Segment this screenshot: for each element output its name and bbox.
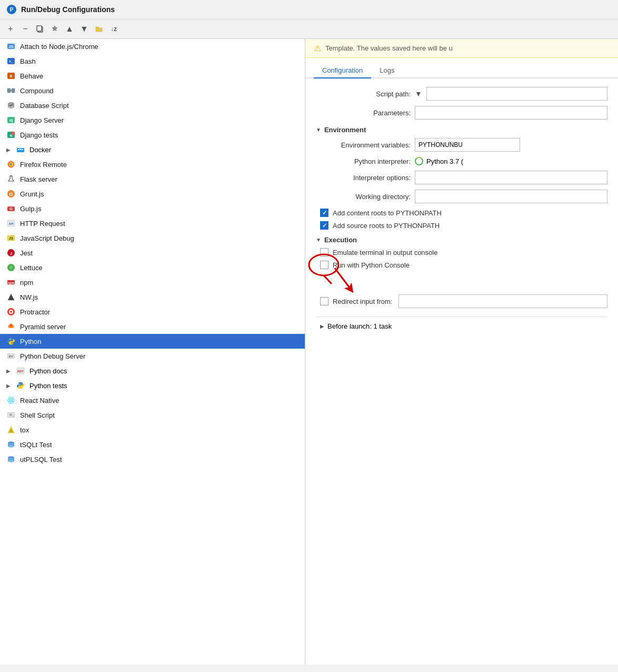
list-item-shell-script[interactable]: >_ Shell Script <box>0 408 305 422</box>
shell-script-icon: >_ <box>6 410 16 420</box>
svg-rect-3 <box>37 26 42 31</box>
list-item-behave[interactable]: B Behave <box>0 68 305 83</box>
list-item-flask-server[interactable]: Flask server <box>0 172 305 186</box>
redirect-input-label: Redirect input from: <box>333 298 392 305</box>
add-source-roots-checkbox[interactable] <box>320 221 328 230</box>
before-launch-label: Before launch: 1 task <box>327 322 392 330</box>
add-button[interactable]: + <box>4 23 17 35</box>
list-item-grunt[interactable]: G Grunt.js <box>0 186 305 201</box>
interpreter-options-input[interactable] <box>415 171 607 184</box>
interpreter-selector[interactable]: Python 3.7 ( <box>415 157 463 165</box>
move-down-button[interactable]: ▼ <box>78 23 91 35</box>
red-arrow-annotation <box>335 268 607 294</box>
env-variables-value[interactable]: PYTHONUNBU <box>415 138 520 152</box>
python-tests-expand-arrow: ▶ <box>6 383 11 389</box>
redirect-input-field[interactable] <box>398 294 607 308</box>
list-item-python-docs[interactable]: ▶ RST Python docs <box>0 363 305 378</box>
execution-collapse-arrow: ▼ <box>316 237 321 243</box>
bash-label: Bash <box>20 57 36 65</box>
list-item-django-server[interactable]: dj Django Server <box>0 113 305 127</box>
add-source-roots-label: Add source roots to PYTHONPATH <box>333 222 440 230</box>
list-item-tox[interactable]: tox <box>0 422 305 437</box>
list-item-react-native[interactable]: React Native <box>0 393 305 408</box>
tsqlt-test-icon <box>6 440 16 449</box>
list-item-utplsql-test[interactable]: utPLSQL Test <box>0 452 305 467</box>
emulate-terminal-checkbox[interactable] <box>320 248 328 256</box>
list-item-js-debug[interactable]: JS JavaScript Debug <box>0 231 305 245</box>
redirect-input-checkbox[interactable] <box>320 297 328 305</box>
folder-button[interactable] <box>93 23 105 35</box>
js-debug-icon: JS <box>6 233 16 243</box>
list-item-http-request[interactable]: API HTTP Request <box>0 216 305 231</box>
interpreter-options-row: Interpreter options: <box>316 171 607 184</box>
svg-text:JS: JS <box>8 44 14 49</box>
list-item-database-script[interactable]: Database Script <box>0 98 305 113</box>
utplsql-test-icon <box>6 454 16 464</box>
python-debug-server-icon: PY <box>6 351 16 361</box>
list-item-python[interactable]: Python <box>0 334 305 349</box>
environment-collapse-arrow: ▼ <box>316 127 321 133</box>
list-item-django-tests[interactable]: dj t Django tests <box>0 127 305 142</box>
tab-configuration[interactable]: Configuration <box>314 62 371 78</box>
svg-point-53 <box>9 324 13 327</box>
env-variables-row: Environment variables: PYTHONUNBU <box>316 138 607 152</box>
docker-label: Docker <box>29 146 51 154</box>
list-item-lettuce[interactable]: Lettuce <box>0 260 305 275</box>
svg-rect-10 <box>7 88 11 93</box>
script-path-dropdown-arrow[interactable]: ▼ <box>415 90 422 98</box>
add-content-roots-checkbox[interactable] <box>320 209 328 217</box>
list-item-tsqlt-test[interactable]: tSQLt Test <box>0 437 305 452</box>
interpreter-row: Python interpreter: Python 3.7 ( <box>316 157 607 165</box>
docker-icon <box>16 145 25 154</box>
list-item-docker[interactable]: ▶ Docker <box>0 142 305 157</box>
warning-icon: ⚠ <box>314 43 321 53</box>
emulate-terminal-row: Emulate terminal in output console <box>316 248 607 256</box>
svg-marker-46 <box>8 294 14 300</box>
list-item-protractor[interactable]: Protractor <box>0 304 305 319</box>
npm-icon: npm <box>6 278 16 287</box>
config-content: Script path: ▼ Parameters: ▼ Environment… <box>305 78 618 344</box>
firefox-remote-label: Firefox Remote <box>20 161 67 169</box>
arrow-svg <box>335 268 377 294</box>
environment-section-header[interactable]: ▼ Environment <box>316 126 607 134</box>
list-item-attach-node[interactable]: JS Attach to Node.js/Chrome <box>0 39 305 54</box>
remove-button[interactable]: − <box>19 23 32 35</box>
emulate-terminal-label: Emulate terminal in output console <box>333 249 437 256</box>
svg-text:dj: dj <box>9 118 13 123</box>
script-path-input[interactable] <box>426 87 607 101</box>
list-item-python-debug-server[interactable]: PY Python Debug Server <box>0 349 305 363</box>
svg-text:G: G <box>9 207 13 211</box>
copy-button[interactable] <box>34 23 46 35</box>
working-directory-row: Working directory: <box>316 190 607 203</box>
utplsql-test-label: utPLSQL Test <box>20 456 62 463</box>
django-tests-icon: dj t <box>6 130 16 140</box>
tabs-bar: Configuration Logs <box>305 62 618 78</box>
list-item-pyramid-server[interactable]: Pyramid server <box>0 319 305 334</box>
sort-button[interactable]: ↓z <box>107 23 120 35</box>
run-with-console-checkbox[interactable] <box>320 261 328 269</box>
list-item-firefox-remote[interactable]: Firefox Remote <box>0 157 305 172</box>
list-item-gulp[interactable]: G Gulp.js <box>0 201 305 216</box>
working-directory-input[interactable] <box>415 190 607 203</box>
execution-section-header[interactable]: ▼ Execution <box>316 236 607 244</box>
grunt-icon: G <box>6 189 16 199</box>
jest-icon: J <box>6 248 16 258</box>
svg-text:JS: JS <box>9 236 14 240</box>
list-item-bash[interactable]: >_ Bash <box>0 54 305 68</box>
python-debug-server-label: Python Debug Server <box>20 352 85 360</box>
edit-templates-button[interactable] <box>48 23 61 35</box>
parameters-input[interactable] <box>415 106 607 120</box>
before-launch-arrow[interactable]: ▶ <box>320 323 324 329</box>
list-item-npm[interactable]: npm npm <box>0 275 305 290</box>
tab-logs[interactable]: Logs <box>371 62 403 78</box>
list-item-jest[interactable]: J Jest <box>0 245 305 260</box>
list-item-nwjs[interactable]: NW.js <box>0 290 305 304</box>
move-up-button[interactable]: ▲ <box>63 23 76 35</box>
list-item-compound[interactable]: Compound <box>0 83 305 98</box>
nwjs-label: NW.js <box>20 293 38 301</box>
svg-rect-27 <box>22 149 23 150</box>
run-with-console-annotation <box>320 261 328 269</box>
list-item-python-tests[interactable]: ▶ Python tests <box>0 378 305 393</box>
interpreter-status-icon <box>415 157 423 165</box>
python-docs-icon: RST <box>16 366 25 375</box>
